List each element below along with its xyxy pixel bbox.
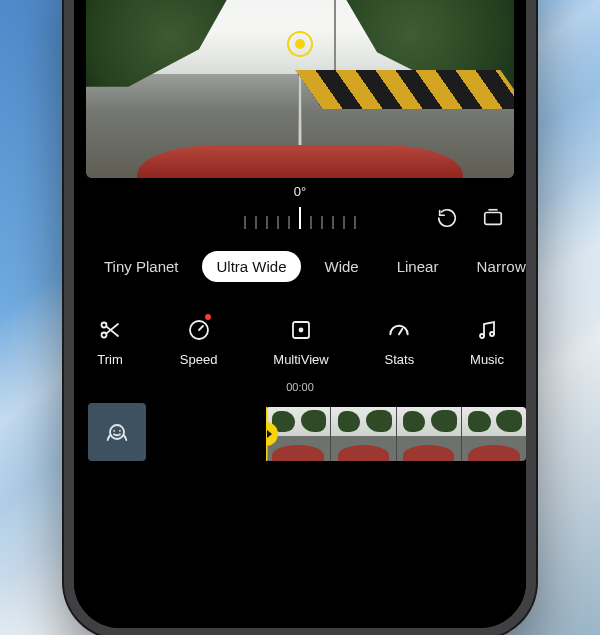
svg-point-5	[299, 327, 304, 332]
mode-wide[interactable]: Wide	[311, 251, 373, 282]
speed-button[interactable]: Speed	[180, 316, 218, 367]
angle-control: 0°	[74, 182, 526, 233]
svg-point-6	[480, 334, 484, 338]
stats-button[interactable]: Stats	[385, 316, 415, 367]
mode-ultra-wide[interactable]: Ultra Wide	[202, 251, 300, 282]
mode-tiny-planet[interactable]: Tiny Planet	[90, 251, 192, 282]
video-preview[interactable]	[86, 0, 514, 178]
trim-button[interactable]: Trim	[96, 316, 124, 367]
rotate-reset-icon[interactable]	[434, 205, 460, 231]
aspect-ratio-icon[interactable]	[480, 205, 506, 231]
timeline-area	[74, 403, 526, 465]
stats-label: Stats	[385, 352, 415, 367]
music-icon	[473, 316, 501, 344]
edit-tools: Trim Speed Mult	[74, 316, 526, 367]
svg-point-7	[490, 332, 494, 336]
app-screen: 0°	[74, 0, 526, 628]
timeline-strip[interactable]	[266, 403, 526, 465]
svg-point-8	[110, 425, 124, 439]
multiview-icon	[287, 316, 315, 344]
face-tracking-button[interactable]	[88, 403, 146, 461]
speed-icon	[185, 316, 213, 344]
gauge-icon	[385, 316, 413, 344]
trim-label: Trim	[97, 352, 123, 367]
multiview-button[interactable]: MultiView	[273, 316, 328, 367]
scissors-icon	[96, 316, 124, 344]
speed-label: Speed	[180, 352, 218, 367]
view-mode-tabs: Tiny Planet Ultra Wide Wide Linear Narro…	[74, 251, 526, 282]
multiview-label: MultiView	[273, 352, 328, 367]
tracking-target-icon[interactable]	[287, 31, 313, 57]
mode-linear[interactable]: Linear	[383, 251, 453, 282]
music-button[interactable]: Music	[470, 316, 504, 367]
music-label: Music	[470, 352, 504, 367]
timecode: 00:00	[74, 381, 526, 393]
mode-narrow[interactable]: Narrow	[462, 251, 526, 282]
angle-value: 0°	[294, 182, 306, 203]
angle-ruler[interactable]	[244, 207, 356, 229]
phone-frame: 0°	[64, 0, 536, 635]
svg-rect-0	[485, 212, 502, 224]
timeline-thumbnails	[266, 407, 526, 461]
